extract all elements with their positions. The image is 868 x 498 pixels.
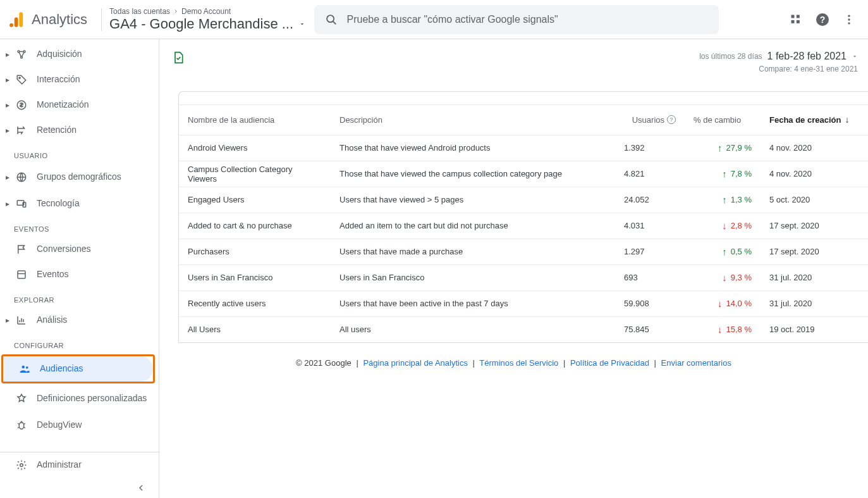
sidebar-item-conversiones[interactable]: Conversiones <box>0 237 159 262</box>
cell-users: 1.297 <box>615 239 685 265</box>
sidebar-item-tecnologia[interactable]: ▸ Tecnología <box>0 191 159 216</box>
svg-point-24 <box>26 366 28 369</box>
audiences-table: Nombre de la audiencia Descripción Usuar… <box>179 92 868 342</box>
footer-link-privacy[interactable]: Política de Privacidad <box>570 358 649 368</box>
chevron-right-icon: ▸ <box>4 173 11 182</box>
th-users[interactable]: Usuarios? <box>615 104 685 135</box>
svg-rect-22 <box>18 271 25 278</box>
footer-link-feedback[interactable]: Enviar comentarios <box>661 358 731 368</box>
sidebar-item-analisis[interactable]: ▸ Análisis <box>0 308 159 333</box>
svg-point-17 <box>19 77 20 78</box>
logo[interactable]: Analytics <box>6 11 94 28</box>
cell-users: 4.031 <box>615 213 685 239</box>
cell-created: 4 nov. 2020 <box>761 161 868 187</box>
sidebar-item-eventos[interactable]: Eventos <box>0 262 159 287</box>
devices-icon <box>14 198 29 209</box>
export-button[interactable] <box>172 51 185 65</box>
apps-icon[interactable] <box>790 13 802 26</box>
svg-point-3 <box>327 15 334 22</box>
property-name: GA4 - Google Merchandise ... <box>109 16 293 32</box>
cell-name: Purchasers <box>179 239 331 265</box>
more-vert-icon[interactable] <box>843 13 855 26</box>
table-row[interactable]: Recently active usersUsers that have bee… <box>179 290 868 316</box>
svg-point-2 <box>9 23 13 27</box>
sidebar-item-definiciones[interactable]: Definiciones personalizadas <box>0 385 159 413</box>
svg-point-12 <box>848 18 850 20</box>
main-content: los últimos 28 días 1 feb-28 feb 2021 Co… <box>159 39 868 498</box>
tag-icon <box>14 74 29 85</box>
nav-label: DebugView <box>37 420 154 431</box>
cell-desc: Users in San Francisco <box>331 265 615 290</box>
people-icon <box>17 363 32 375</box>
property-selector[interactable]: Todas las cuentas Demo Account GA4 - Goo… <box>109 7 306 32</box>
cell-desc: Those that have viewed Android products <box>331 135 615 161</box>
table-row[interactable]: Campus Collection Category ViewersThose … <box>179 161 868 187</box>
table-row[interactable]: Users in San FranciscoUsers in San Franc… <box>179 265 868 290</box>
caret-down-icon <box>298 20 306 28</box>
breadcrumb: Todas las cuentas Demo Account <box>109 7 306 16</box>
arrow-down-icon: ↓ <box>722 272 727 283</box>
section-label-explorar: Explorar <box>0 287 159 308</box>
arrow-down-icon: ↓ <box>718 324 723 335</box>
cell-change: ↓15,8 % <box>685 316 761 342</box>
sidebar-item-retencion[interactable]: ▸ Retención <box>0 118 159 143</box>
collapse-sidebar-button[interactable] <box>0 478 159 498</box>
footer: © 2021 Google | Página principal de Anal… <box>159 343 868 375</box>
date-range-picker[interactable]: los últimos 28 días 1 feb-28 feb 2021 Co… <box>699 51 860 73</box>
cell-change: ↑27,9 % <box>685 135 761 161</box>
arrow-down-icon: ↓ <box>845 115 849 125</box>
table-row[interactable]: PurchasersUsers that have made a purchas… <box>179 239 868 265</box>
cell-change: ↑7,8 % <box>685 161 761 187</box>
nav-label: Monetización <box>37 99 154 111</box>
table-row[interactable]: Engaged UsersUsers that have viewed > 5 … <box>179 187 868 213</box>
table-row[interactable]: All UsersAll users75.845↓15,8 %19 oct. 2… <box>179 316 868 342</box>
sidebar-item-administrar[interactable]: Administrar <box>0 452 159 478</box>
svg-rect-1 <box>15 17 18 27</box>
arrow-down-icon: ↓ <box>722 220 727 231</box>
cell-users: 1.392 <box>615 135 685 161</box>
cell-change: ↑0,5 % <box>685 239 761 265</box>
cell-change: ↓9,3 % <box>685 265 761 290</box>
nav-label: Definiciones personalizadas <box>37 393 154 404</box>
search-input[interactable] <box>347 14 709 25</box>
sidebar-item-interaccion[interactable]: ▸ Interacción <box>0 67 159 92</box>
chevron-right-icon: ▸ <box>4 50 11 59</box>
arrow-up-icon: ↑ <box>722 168 727 179</box>
table-row[interactable]: Added to cart & no purchaseAdded an item… <box>179 213 868 239</box>
th-created-label: Fecha de creación <box>769 115 841 125</box>
search-box[interactable] <box>314 5 719 34</box>
sidebar-item-adquisicion[interactable]: ▸ Adquisición <box>0 42 159 67</box>
table-header-row: Nombre de la audiencia Descripción Usuar… <box>179 104 868 135</box>
th-created[interactable]: Fecha de creación↓ <box>761 104 868 135</box>
gear-icon <box>14 459 29 471</box>
footer-link-home[interactable]: Página principal de Analytics <box>363 358 468 368</box>
audiences-table-card: Nombre de la audiencia Descripción Usuar… <box>178 91 868 343</box>
cell-change: ↓2,8 % <box>685 213 761 239</box>
footer-link-terms[interactable]: Términos del Servicio <box>479 358 558 368</box>
cell-users: 4.821 <box>615 161 685 187</box>
sidebar-item-debugview[interactable]: DebugView <box>0 413 159 438</box>
help-icon[interactable]: ? <box>667 115 676 124</box>
nav-label: Adquisición <box>37 49 154 60</box>
th-desc[interactable]: Descripción <box>331 104 615 135</box>
svg-point-16 <box>21 56 23 58</box>
svg-point-13 <box>848 22 850 24</box>
svg-point-25 <box>19 423 24 430</box>
table-row[interactable]: Android ViewersThose that have viewed An… <box>179 135 868 161</box>
highlight-audiencias: Audiencias <box>1 354 155 383</box>
cell-name: All Users <box>179 316 331 342</box>
svg-point-23 <box>22 366 25 369</box>
svg-rect-5 <box>792 15 795 18</box>
cell-name: Campus Collection Category Viewers <box>179 161 331 187</box>
th-change[interactable]: % de cambio <box>685 104 761 135</box>
cell-name: Android Viewers <box>179 135 331 161</box>
th-name[interactable]: Nombre de la audiencia <box>179 104 331 135</box>
flag-icon <box>14 244 29 255</box>
sidebar-item-monetizacion[interactable]: ▸ Monetización <box>0 92 159 118</box>
sidebar-item-demograficos[interactable]: ▸ Grupos demográficos <box>0 163 159 191</box>
analysis-icon <box>14 314 29 326</box>
sidebar-item-audiencias[interactable]: Audiencias <box>3 356 153 382</box>
cell-desc: Users that have made a purchase <box>331 239 615 265</box>
help-icon[interactable]: ? <box>815 12 830 27</box>
cell-desc: Added an item to the cart but did not pu… <box>331 213 615 239</box>
